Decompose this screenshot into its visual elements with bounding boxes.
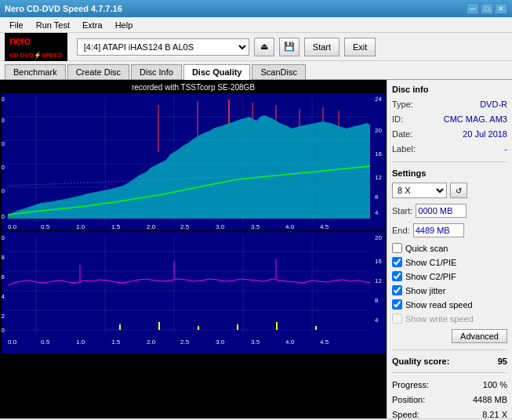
svg-text:16: 16: [375, 150, 382, 158]
chart-title: recorded with TSSTcorp SE-208GB: [2, 81, 385, 93]
tab-benchmark[interactable]: Benchmark: [5, 64, 66, 79]
svg-text:12: 12: [375, 277, 382, 284]
svg-text:0: 0: [2, 213, 5, 220]
show-jitter-checkbox[interactable]: [392, 285, 402, 295]
drive-select[interactable]: [4:4] ATAPI iHAS124 B AL0S: [77, 38, 249, 56]
svg-text:10: 10: [2, 234, 5, 241]
start-label: Start:: [392, 206, 412, 215]
svg-text:4: 4: [2, 293, 5, 300]
divider-3: [392, 372, 507, 373]
show-c1pie-checkbox[interactable]: [392, 257, 402, 267]
menu-file[interactable]: File: [3, 19, 30, 31]
progress-row: Progress: 100 %: [392, 379, 507, 391]
show-c2pif-label: Show C2/PIF: [405, 272, 456, 281]
maximize-button[interactable]: □: [481, 3, 493, 14]
disc-date-value: 20 Jul 2018: [463, 129, 507, 140]
position-value: 4488 MB: [473, 394, 507, 406]
svg-text:2.0: 2.0: [147, 223, 156, 230]
eject-icon-btn[interactable]: ⏏: [254, 38, 274, 56]
quick-scan-checkbox[interactable]: [392, 243, 402, 253]
tab-disc-info[interactable]: Disc Info: [131, 64, 182, 79]
menu-run-test[interactable]: Run Test: [30, 19, 76, 31]
position-label: Position:: [392, 394, 425, 406]
show-c2pif-checkbox[interactable]: [392, 271, 402, 281]
svg-text:1.0: 1.0: [76, 223, 85, 230]
disc-label-value: -: [504, 143, 507, 155]
disc-type-value: DVD-R: [480, 99, 507, 110]
svg-text:0.5: 0.5: [41, 339, 50, 346]
quality-score-label: Quality score:: [392, 357, 449, 366]
close-button[interactable]: ✕: [495, 3, 507, 14]
svg-text:2.0: 2.0: [147, 339, 156, 346]
main-content: recorded with TSSTcorp SE-208GB 50 40 30…: [0, 80, 512, 418]
refresh-icon-btn[interactable]: ↺: [450, 183, 467, 198]
svg-text:4.5: 4.5: [320, 223, 329, 230]
svg-text:2.5: 2.5: [180, 339, 190, 346]
divider-2: [392, 349, 507, 350]
show-read-speed-row: Show read speed: [392, 299, 507, 310]
menu-extra[interactable]: Extra: [76, 19, 109, 31]
end-row: End:: [392, 223, 507, 237]
show-write-speed-row: Show write speed: [392, 313, 507, 324]
lower-chart: 10 8 6 4 2 0 20 16 12 8 4: [2, 232, 385, 353]
svg-text:20: 20: [375, 127, 382, 134]
nero-logo: nero CD·DVD⚡SPEED: [5, 33, 67, 61]
svg-text:10: 10: [2, 187, 5, 194]
menu-bar: File Run Test Extra Help: [0, 17, 512, 33]
svg-text:4.0: 4.0: [285, 223, 295, 230]
save-icon-btn[interactable]: 💾: [279, 38, 300, 56]
svg-rect-65: [119, 324, 121, 330]
svg-text:1.5: 1.5: [111, 223, 121, 230]
quick-scan-row: Quick scan: [392, 243, 507, 253]
advanced-button[interactable]: Advanced: [452, 329, 507, 343]
svg-text:3.5: 3.5: [251, 339, 260, 346]
quick-scan-label: Quick scan: [405, 244, 448, 253]
svg-text:3.5: 3.5: [251, 223, 260, 230]
disc-label-label: Label:: [392, 143, 416, 155]
toolbar: nero CD·DVD⚡SPEED [4:4] ATAPI iHAS124 B …: [0, 33, 512, 61]
speed-info-label: Speed:: [392, 409, 419, 420]
show-c1pie-row: Show C1/PIE: [392, 257, 507, 267]
end-input[interactable]: [413, 223, 464, 237]
disc-type-row: Type: DVD-R: [392, 99, 507, 110]
svg-text:0.5: 0.5: [41, 223, 50, 230]
svg-text:3.0: 3.0: [216, 223, 225, 230]
svg-text:4: 4: [375, 317, 379, 324]
show-write-speed-checkbox[interactable]: [392, 313, 402, 324]
svg-text:8: 8: [375, 297, 379, 304]
svg-rect-43: [2, 232, 385, 353]
start-input[interactable]: [416, 204, 467, 218]
show-write-speed-label: Show write speed: [405, 314, 474, 324]
window-controls: ─ □ ✕: [467, 3, 507, 14]
svg-text:4.0: 4.0: [285, 339, 295, 346]
minimize-button[interactable]: ─: [467, 3, 479, 14]
svg-text:4.5: 4.5: [320, 339, 329, 346]
exit-button[interactable]: Exit: [344, 38, 376, 56]
disc-id-label: ID:: [392, 114, 403, 125]
svg-rect-66: [158, 322, 160, 330]
tab-scan-disc[interactable]: ScanDisc: [252, 64, 305, 79]
speed-info-row: Speed: 8.21 X: [392, 409, 507, 420]
speed-select[interactable]: 8 X: [392, 183, 447, 198]
show-read-speed-label: Show read speed: [405, 300, 473, 310]
svg-text:20: 20: [375, 234, 382, 241]
show-read-speed-checkbox[interactable]: [392, 299, 402, 310]
svg-rect-70: [315, 326, 317, 330]
tab-disc-quality[interactable]: Disc Quality: [183, 64, 251, 80]
disc-id-row: ID: CMC MAG. AM3: [392, 114, 507, 125]
speed-info-value: 8.21 X: [482, 409, 507, 420]
svg-text:12: 12: [375, 174, 382, 181]
show-c2pif-row: Show C2/PIF: [392, 271, 507, 281]
svg-text:4: 4: [375, 209, 379, 216]
quality-score-value: 95: [498, 357, 507, 366]
svg-rect-68: [237, 324, 238, 330]
svg-text:40: 40: [2, 117, 5, 124]
disc-info-title: Disc info: [392, 85, 507, 94]
svg-text:1.0: 1.0: [76, 339, 85, 346]
tab-create-disc[interactable]: Create Disc: [67, 64, 129, 79]
quality-score-row: Quality score: 95: [392, 357, 507, 366]
start-button[interactable]: Start: [304, 38, 340, 56]
svg-text:8: 8: [375, 194, 379, 201]
svg-text:3.0: 3.0: [216, 339, 225, 346]
menu-help[interactable]: Help: [109, 19, 140, 31]
